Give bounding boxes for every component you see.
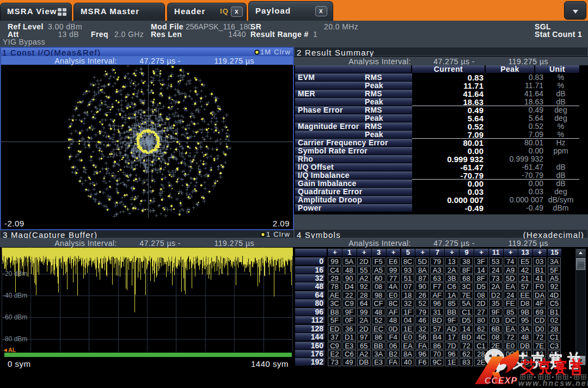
svg-text:CCEXP: CCEXP	[485, 376, 517, 385]
